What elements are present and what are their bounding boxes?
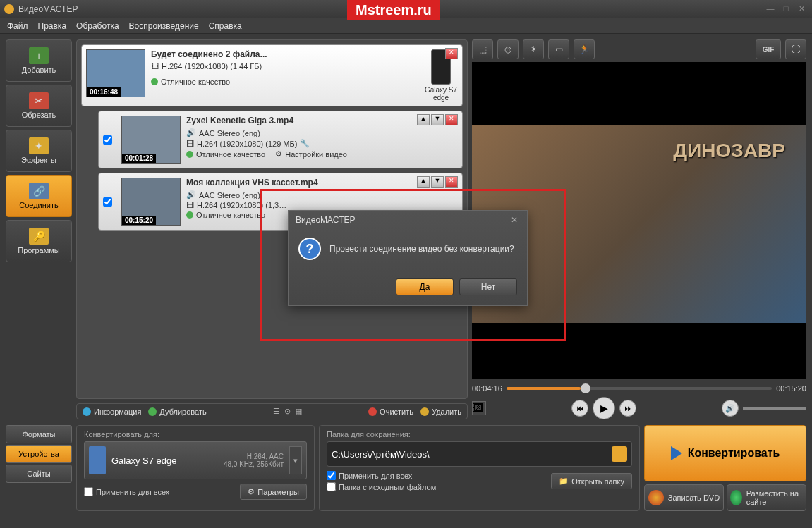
speed-tool-button[interactable]: 🏃	[574, 39, 595, 59]
device-name: Galaxy S7 edge	[111, 455, 195, 466]
snapshot-button[interactable]: 🖼	[472, 401, 486, 415]
sidebar-join[interactable]: 🔗Соединить	[6, 175, 72, 217]
close-button[interactable]: ✕	[795, 4, 808, 14]
brightness-tool-button[interactable]: ☀	[523, 39, 544, 59]
menu-file[interactable]: Файл	[7, 21, 28, 31]
total-time: 00:15:20	[776, 384, 806, 393]
apply-all-checkbox[interactable]: Применить для всех	[84, 487, 169, 496]
sidebar: +Добавить ✂Обрезать ✦Эффекты 🔗Соединить …	[6, 39, 72, 419]
action-panel: Конвертировать Записать DVD Разместить н…	[644, 425, 806, 511]
menu-play[interactable]: Воспроизведение	[129, 21, 199, 31]
menu-edit[interactable]: Правка	[38, 21, 67, 31]
play-triangle-icon	[671, 446, 682, 460]
dialog-close-button[interactable]: ✕	[509, 215, 520, 226]
fullscreen-button[interactable]: ⛶	[785, 39, 806, 59]
move-up-button[interactable]: ▲	[417, 176, 430, 188]
chain-icon: 🔗	[29, 183, 49, 199]
dup-label: Дублировать	[159, 407, 206, 416]
apply-all-save-checkbox[interactable]: Применить для всех	[327, 471, 436, 480]
move-down-button[interactable]: ▼	[431, 114, 444, 125]
open-folder-button[interactable]: 📁Открыть папку	[551, 473, 632, 489]
settings-link[interactable]: Настройки видео	[285, 150, 347, 159]
delete-button[interactable]: Удалить	[420, 407, 461, 416]
remove-item-button[interactable]: ✕	[445, 114, 458, 125]
film-icon: 🎞	[186, 201, 194, 209]
current-time: 00:04:16	[472, 384, 502, 393]
convert-button[interactable]: Конвертировать	[644, 425, 806, 481]
file-item[interactable]: 00:01:28 Zyxel Keenetic Giga 3.mp4 🔊AAC …	[98, 111, 463, 168]
remove-item-button[interactable]: ✕	[445, 176, 458, 188]
file-item-merged[interactable]: 00:16:48 Будет соединено 2 файла... 🎞H.2…	[81, 44, 463, 106]
burn-dvd-button[interactable]: Записать DVD	[644, 484, 724, 511]
thumbnail: 00:16:48	[86, 49, 145, 97]
maximize-button[interactable]: □	[780, 4, 792, 14]
apply-all-save-label: Применить для всех	[339, 472, 412, 480]
text-tool-button[interactable]: ▭	[548, 39, 569, 59]
duration-label: 00:01:28	[122, 154, 156, 163]
include-checkbox[interactable]	[103, 135, 112, 145]
key-icon: 🔑	[29, 228, 49, 245]
device-selector[interactable]: Galaxy S7 edge H.264, AAC 48,0 KHz, 256К…	[84, 441, 307, 479]
view-toggle-icon[interactable]: ⊙	[284, 407, 291, 416]
duplicate-button[interactable]: Дублировать	[148, 407, 206, 416]
crop-tool-button[interactable]: ⬚	[472, 39, 493, 59]
watermark-label: Mstreem.ru	[347, 0, 440, 20]
tab-formats[interactable]: Форматы	[6, 425, 72, 443]
open-folder-label: Открыть папку	[571, 477, 624, 486]
sidebar-programs[interactable]: 🔑Программы	[6, 220, 72, 262]
source-folder-checkbox[interactable]: Папка с исходным файлом	[327, 482, 436, 491]
convert-panel: Конвертировать для: Galaxy S7 edge H.264…	[76, 425, 315, 511]
next-button[interactable]: ⏭	[619, 400, 636, 417]
upload-label: Разместить на сайте	[746, 489, 803, 506]
apply-all-label: Применить для всех	[96, 488, 169, 496]
format-line1: H.264, AAC	[200, 453, 284, 460]
gear-icon: ⚙	[275, 149, 282, 159]
params-button[interactable]: ⚙Параметры	[240, 484, 307, 500]
tab-sites[interactable]: Сайты	[6, 465, 72, 483]
save-path-field[interactable]: C:\Users\Артём\Videos\	[327, 441, 632, 467]
menubar: Файл Правка Обработка Воспроизведение Сп…	[0, 18, 812, 34]
sidebar-effects[interactable]: ✦Эффекты	[6, 130, 72, 172]
sidebar-add[interactable]: +Добавить	[6, 39, 72, 82]
move-up-button[interactable]: ▲	[417, 114, 430, 125]
audio-icon: 🔊	[186, 128, 196, 137]
minus-icon	[420, 407, 429, 416]
dialog-no-button[interactable]: Нет	[459, 278, 517, 295]
dropdown-icon[interactable]: ▾	[289, 446, 302, 474]
menu-process[interactable]: Обработка	[76, 21, 119, 31]
scissors-icon: ✂	[29, 92, 49, 109]
menu-help[interactable]: Справка	[209, 21, 242, 31]
remove-item-button[interactable]: ✕	[445, 48, 458, 59]
enhance-tool-button[interactable]: ◎	[497, 39, 519, 59]
codec-label: H.264 (1920x1080) (1,44 ГБ)	[162, 62, 262, 70]
sidebar-add-label: Добавить	[22, 66, 56, 74]
gif-button[interactable]: GIF	[756, 39, 781, 59]
include-checkbox[interactable]	[103, 197, 112, 207]
view-grid-icon[interactable]: ▦	[295, 407, 302, 416]
clear-label: Очистить	[380, 407, 413, 416]
sidebar-cut[interactable]: ✂Обрезать	[6, 85, 72, 127]
move-down-button[interactable]: ▼	[431, 176, 444, 188]
quality-label: Отличное качество	[196, 150, 265, 159]
prev-button[interactable]: ⏮	[571, 400, 588, 417]
clear-button[interactable]: Очистить	[368, 407, 413, 416]
info-button[interactable]: Информация	[83, 407, 141, 416]
info-label: Информация	[94, 407, 141, 416]
play-button[interactable]: ▶	[593, 397, 615, 419]
seek-slider[interactable]	[507, 387, 772, 390]
volume-slider[interactable]	[743, 407, 806, 410]
film-icon: 🎞	[151, 62, 159, 70]
tab-devices[interactable]: Устройства	[6, 445, 72, 463]
volume-button[interactable]: 🔊	[722, 400, 739, 417]
quality-dot-icon	[186, 211, 193, 219]
folder-browse-icon[interactable]	[612, 446, 627, 462]
window-title: ВидеоМАСТЕР	[18, 4, 78, 14]
audio-label: AAC Stereo (eng)	[199, 129, 260, 137]
duration-label: 00:15:20	[122, 216, 156, 225]
disc-icon	[648, 490, 664, 505]
upload-button[interactable]: Разместить на сайте	[727, 484, 806, 511]
add-icon: +	[29, 47, 49, 64]
view-list-icon[interactable]: ☰	[273, 407, 280, 416]
minimize-button[interactable]: —	[764, 4, 777, 14]
dialog-yes-button[interactable]: Да	[396, 278, 454, 295]
